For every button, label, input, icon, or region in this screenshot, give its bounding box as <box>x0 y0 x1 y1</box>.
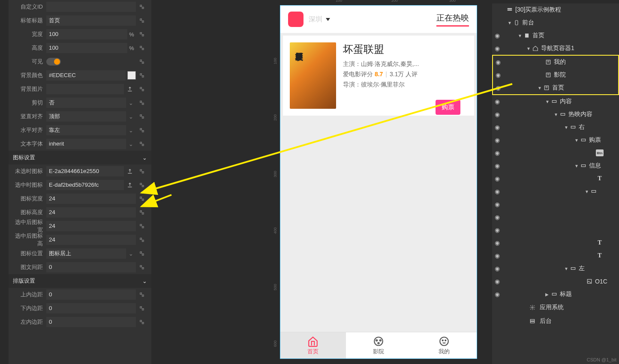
eye-icon[interactable]: ◉ <box>492 175 502 182</box>
link-icon[interactable] <box>136 70 148 81</box>
input-icon-gap[interactable] <box>46 262 136 272</box>
eye-icon[interactable]: ◉ <box>493 72 503 78</box>
section-layout-settings[interactable]: 排版设置 ⌄ <box>9 274 151 288</box>
link-icon[interactable] <box>136 29 148 39</box>
tree-hot-content[interactable]: ◉ ▼ 热映内容 <box>492 108 619 121</box>
eye-icon[interactable]: ◉ <box>492 278 502 285</box>
eye-icon[interactable]: ◉ <box>493 84 503 91</box>
link-icon[interactable] <box>136 43 148 53</box>
link-icon[interactable] <box>136 57 148 67</box>
link-icon[interactable] <box>136 317 148 327</box>
eye-icon[interactable]: ◉ <box>492 239 502 246</box>
eye-icon[interactable]: ◉ <box>492 111 502 118</box>
tree-backend[interactable]: 后台 <box>492 314 619 328</box>
eye-icon[interactable]: ◉ <box>492 45 502 52</box>
link-icon[interactable] <box>136 221 148 231</box>
tree-home2[interactable]: ◉ ▼ 首页 <box>493 81 618 94</box>
toggle-visible[interactable] <box>46 58 61 66</box>
eye-icon[interactable]: ◉ <box>493 59 503 66</box>
tree-frontend[interactable]: ▼ 前台 <box>492 16 619 29</box>
tree-info[interactable]: ◉ ▼ 信息 <box>492 159 619 172</box>
select-icon-pos[interactable]: 图标居上 <box>46 248 126 259</box>
tree-mine[interactable]: ◉ 我的 <box>493 56 618 69</box>
link-icon[interactable] <box>136 15 148 26</box>
input-sel-icon-height[interactable] <box>46 235 136 245</box>
input-icon-width[interactable] <box>46 194 136 204</box>
eye-icon[interactable]: ◉ <box>492 201 502 208</box>
tab-cinema[interactable]: 影院 <box>346 332 412 358</box>
input-pt[interactable] <box>46 289 136 300</box>
section-icon-settings[interactable]: 图标设置 ⌄ <box>9 151 151 164</box>
eye-icon[interactable]: ◉ <box>492 214 502 221</box>
select-clip[interactable]: 否 <box>46 98 126 108</box>
eye-icon[interactable]: ◉ <box>492 149 502 156</box>
tab-now-playing[interactable]: 正在热映 <box>436 12 469 27</box>
link-icon[interactable] <box>136 180 148 190</box>
canvas[interactable]: 100200300 100200300 400500600 深圳 正在热映 坏蛋… <box>151 0 492 364</box>
tree-image[interactable]: ◉ O1C <box>492 275 619 288</box>
eye-icon[interactable]: ◉ <box>492 98 502 105</box>
tree-nav-container[interactable]: ◉ ▼ 导航页容器1 <box>492 42 619 55</box>
tree-right[interactable]: ◉ ▼ 右 <box>492 121 619 134</box>
upload-icon[interactable] <box>124 84 136 94</box>
link-icon[interactable] <box>136 248 148 259</box>
link-icon[interactable] <box>136 194 148 204</box>
tree-cinema[interactable]: ◉ 影院 <box>493 69 618 81</box>
buy-ticket-button[interactable]: 购票 <box>436 100 460 115</box>
tab-mine[interactable]: 我的 <box>411 332 477 358</box>
link-icon[interactable] <box>136 166 148 176</box>
eye-icon[interactable]: ◉ <box>492 32 502 39</box>
tree-title[interactable]: ◉ ▶ 标题 <box>492 288 619 301</box>
select-valign[interactable]: 顶部 <box>46 111 126 122</box>
input-custom-id[interactable] <box>46 2 136 12</box>
link-icon[interactable] <box>136 235 148 245</box>
upload-icon[interactable] <box>124 180 136 190</box>
tree-text-1[interactable]: ◉ T <box>492 172 619 185</box>
city-badge[interactable] <box>288 12 303 27</box>
input-pb[interactable] <box>46 303 136 313</box>
tree-buy-ticket[interactable]: ◉ ▼ 购票 <box>492 134 619 146</box>
eye-icon[interactable]: ◉ <box>492 188 502 195</box>
dropdown-icon[interactable] <box>326 18 330 21</box>
tree-text-2[interactable]: ◉ T <box>492 236 619 249</box>
tree-sub-container[interactable]: ◉ ▼ <box>492 185 619 198</box>
input-tab-title[interactable] <box>46 15 136 26</box>
tab-home[interactable]: 首页 <box>280 332 346 358</box>
select-halign[interactable]: 靠左 <box>46 125 126 135</box>
tree-item-c[interactable]: ◉ <box>492 224 619 236</box>
link-icon[interactable] <box>136 303 148 313</box>
input-width[interactable] <box>46 29 127 39</box>
eye-icon[interactable]: ◉ <box>492 291 502 298</box>
select-font[interactable]: inherit <box>46 139 126 149</box>
link-icon[interactable] <box>136 111 148 122</box>
link-icon[interactable] <box>136 139 148 149</box>
link-icon[interactable] <box>136 2 148 12</box>
tree-content[interactable]: ◉ ▼ 内容 <box>492 95 619 108</box>
color-swatch[interactable] <box>127 71 136 80</box>
tree-item-a[interactable]: ◉ <box>492 198 619 211</box>
eye-icon[interactable]: ◉ <box>492 162 502 169</box>
tree-app-system[interactable]: 应用系统 <box>492 301 619 314</box>
tree-text-3[interactable]: ◉ T <box>492 249 619 262</box>
tree-tutorial[interactable]: [30]买票示例教程 <box>492 3 619 16</box>
link-icon[interactable] <box>136 262 148 272</box>
input-height[interactable] <box>46 43 127 53</box>
input-unselected-icon[interactable] <box>46 166 124 176</box>
upload-icon[interactable] <box>124 166 136 176</box>
eye-icon[interactable]: ◉ <box>492 124 502 131</box>
eye-icon[interactable]: ◉ <box>492 227 502 233</box>
input-pl[interactable] <box>46 317 136 327</box>
input-bgimage[interactable] <box>46 84 124 94</box>
tree-left[interactable]: ◉ ▼ 左 <box>492 262 619 275</box>
eye-icon[interactable]: ◉ <box>492 265 502 272</box>
input-selected-icon[interactable] <box>46 180 124 190</box>
input-icon-height[interactable] <box>46 207 136 218</box>
city-name[interactable]: 深圳 <box>309 15 322 24</box>
input-sel-icon-width[interactable] <box>46 221 136 231</box>
tree-item-b[interactable]: ◉ <box>492 211 619 224</box>
link-icon[interactable] <box>136 289 148 300</box>
eye-icon[interactable]: ◉ <box>492 137 502 143</box>
phone-preview[interactable]: 深圳 正在热映 坏蛋联盟 主演：山姆·洛克威尔,秦昊,... 爱电影评分 8.7… <box>280 5 477 359</box>
link-icon[interactable] <box>136 98 148 108</box>
link-icon[interactable] <box>136 207 148 218</box>
